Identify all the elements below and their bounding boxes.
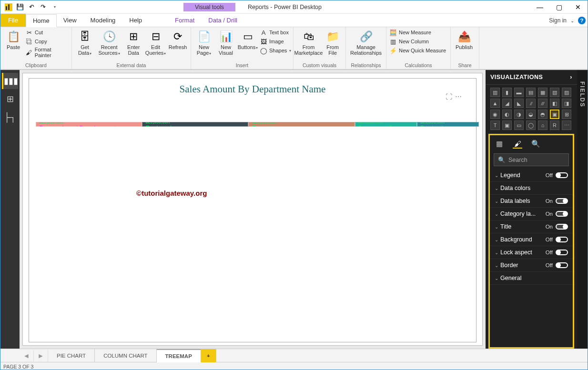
tab-column-chart[interactable]: COLUMN CHART (95, 349, 156, 362)
enter-data-button[interactable]: ⊞Enter Data (123, 28, 143, 57)
report-canvas[interactable]: ⛶ ⋯ Sales Amount By Department Name ©tut… (22, 73, 483, 346)
format-property-row[interactable]: ⌄Lock aspectOff (490, 246, 573, 259)
treemap-visual[interactable]: ⛶ ⋯ Sales Amount By Department Name ©tut… (29, 78, 476, 342)
format-search[interactable]: 🔍 Search (494, 153, 569, 166)
treemap-cell[interactable]: Research and Development$29,358.68K (36, 122, 142, 127)
prev-page-button[interactable]: ◄ (20, 350, 34, 361)
from-file-button[interactable]: 📁From File (323, 28, 343, 57)
next-page-button[interactable]: ► (34, 350, 48, 361)
more-options-icon[interactable]: ⋯ (455, 93, 462, 100)
viz-type-icon[interactable]: R (550, 120, 559, 130)
viz-type-icon[interactable]: ⌂ (538, 120, 547, 130)
report-view-icon[interactable]: ▮▮▮ (2, 73, 18, 89)
paste-button[interactable]: 📋Paste (3, 28, 23, 51)
toggle-switch[interactable] (556, 198, 568, 204)
treemap-cell[interactable]: Production$29,358.68K (417, 122, 479, 127)
data-view-icon[interactable]: ⊞ (2, 91, 18, 107)
toggle-switch[interactable] (556, 262, 568, 268)
format-property-row[interactable]: ⌄Data colors (490, 182, 573, 195)
format-property-row[interactable]: ⌄Category la...On (490, 208, 573, 220)
chevron-down-icon[interactable]: ⌄ (570, 18, 574, 23)
copy-button[interactable]: ⿻Copy (25, 37, 69, 46)
new-column-button[interactable]: ▥New Column (389, 37, 446, 46)
tab-file[interactable]: File (0, 14, 26, 27)
viz-type-icon[interactable]: ◐ (502, 110, 512, 119)
treemap-cell[interactable]: Document Cont...$29,358.68K (355, 122, 417, 127)
undo-icon[interactable]: ↶ (26, 2, 37, 12)
new-quick-measure-button[interactable]: ⚡New Quick Measure (389, 46, 446, 55)
focus-mode-icon[interactable]: ⛶ (446, 93, 452, 100)
format-property-row[interactable]: ⌄Data labelsOn (490, 195, 573, 208)
viz-type-icon[interactable]: ⫻ (538, 99, 547, 108)
viz-type-icon[interactable]: ◉ (490, 110, 500, 119)
textbox-button[interactable]: AText box (260, 28, 291, 37)
viz-type-icon[interactable]: ▲ (490, 99, 500, 108)
refresh-button[interactable]: ⟳Refresh (168, 28, 188, 51)
close-button[interactable]: ✕ (568, 0, 588, 14)
format-property-row[interactable]: ⌄LegendOff (490, 169, 573, 182)
tab-format[interactable]: Format (168, 14, 202, 27)
viz-type-icon[interactable]: ◧ (550, 99, 559, 108)
tab-view[interactable]: View (57, 14, 84, 27)
model-view-icon[interactable]: ├┐ (2, 109, 18, 125)
viz-type-icon[interactable]: ▮ (502, 88, 512, 97)
toggle-switch[interactable] (556, 224, 568, 230)
manage-relationships-button[interactable]: 🔗Manage Relationships (349, 28, 383, 57)
viz-type-icon[interactable]: ▣ (502, 120, 512, 130)
tab-datadrill[interactable]: Data / Drill (202, 14, 244, 27)
viz-type-icon[interactable]: ◑ (514, 110, 524, 119)
toggle-switch[interactable] (556, 250, 568, 255)
viz-type-icon[interactable]: ▣ (550, 110, 559, 119)
collapse-icon[interactable]: › (570, 74, 572, 80)
viz-type-icon[interactable]: ▨ (562, 88, 571, 97)
shapes-button[interactable]: ◯Shapes▾ (260, 46, 291, 55)
toggle-switch[interactable] (556, 237, 568, 242)
viz-type-icon[interactable]: T (490, 120, 500, 130)
viz-type-icon[interactable]: ◣ (514, 99, 524, 108)
fields-tab-icon[interactable]: ▦ (495, 139, 504, 149)
viz-type-icon[interactable]: ⊞ (562, 110, 571, 119)
viz-type-icon[interactable]: ▦ (538, 88, 547, 97)
viz-type-icon[interactable]: ▧ (550, 88, 559, 97)
treemap-cell[interactable]: Engineering$29,358.68K (142, 122, 248, 127)
fields-pane-collapsed[interactable]: FIELDS (577, 70, 588, 349)
viz-type-icon[interactable]: ▬ (514, 88, 524, 97)
signin-link[interactable]: Sign in (549, 17, 567, 24)
viz-type-icon[interactable]: ◨ (562, 99, 571, 108)
analytics-tab-icon[interactable]: 🔍 (531, 139, 540, 149)
format-property-row[interactable]: ⌄General (490, 272, 573, 285)
format-property-row[interactable]: ⌄BorderOff (490, 259, 573, 272)
tab-home[interactable]: Home (26, 14, 57, 27)
publish-button[interactable]: 📤Publish (454, 28, 475, 51)
tab-help[interactable]: Help (122, 14, 149, 27)
viz-type-icon[interactable]: ◒ (526, 110, 536, 119)
buttons-button[interactable]: ▭Buttons▾ (238, 28, 258, 51)
from-marketplace-button[interactable]: 🛍From Marketplace (296, 28, 321, 57)
tab-modeling[interactable]: Modeling (84, 14, 123, 27)
viz-type-icon[interactable]: ⫽ (526, 99, 536, 108)
help-icon[interactable]: ? (578, 17, 586, 24)
image-button[interactable]: 🖼Image (260, 37, 291, 46)
maximize-button[interactable]: ▢ (549, 0, 568, 14)
format-property-row[interactable]: ⌄TitleOn (490, 220, 573, 233)
save-icon[interactable]: 💾 (15, 2, 25, 12)
viz-type-icon[interactable]: ◢ (502, 99, 512, 108)
format-property-row[interactable]: ⌄BackgroundOff (490, 233, 573, 246)
add-page-button[interactable]: + (201, 349, 216, 362)
qat-dropdown-icon[interactable]: ▾ (50, 2, 60, 12)
viz-type-icon[interactable]: ▭ (514, 120, 524, 130)
format-tab-icon[interactable]: 🖌 (513, 139, 522, 149)
viz-type-icon[interactable]: ▥ (490, 88, 500, 97)
recent-sources-button[interactable]: 🕓Recent Sources▾ (97, 28, 122, 57)
viz-type-icon[interactable]: ▤ (526, 88, 536, 97)
tab-pie-chart[interactable]: PIE CHART (48, 349, 95, 362)
edit-queries-button[interactable]: ⊟Edit Queries▾ (145, 28, 166, 57)
toggle-switch[interactable] (556, 172, 568, 178)
viz-type-icon[interactable]: ◓ (538, 110, 547, 119)
viz-type-icon[interactable]: ◯ (526, 120, 536, 130)
new-page-button[interactable]: 📄New Page▾ (194, 28, 214, 57)
toggle-switch[interactable] (556, 211, 568, 217)
format-painter-button[interactable]: 🖌Format Painter (25, 46, 69, 59)
minimize-button[interactable]: — (530, 0, 549, 14)
cut-button[interactable]: ✂Cut (25, 28, 69, 37)
